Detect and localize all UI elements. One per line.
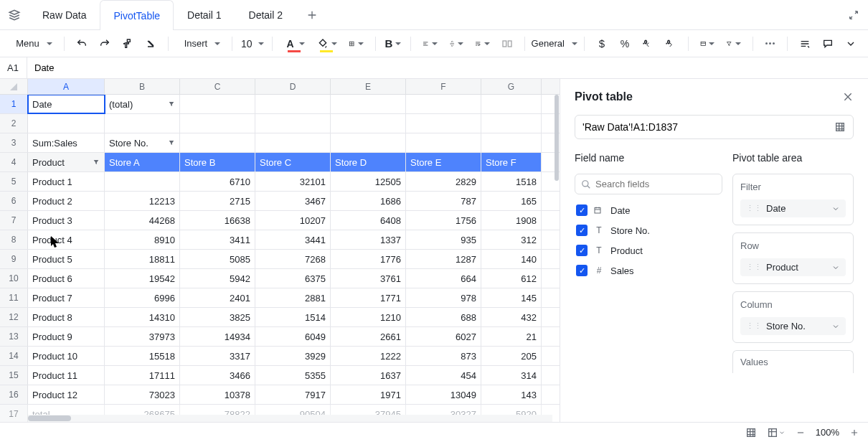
- cell[interactable]: 19542: [105, 269, 180, 288]
- zoom-in-button[interactable]: [849, 428, 859, 438]
- cell[interactable]: 37973: [105, 327, 180, 346]
- cell[interactable]: 1637: [331, 366, 406, 385]
- tab-detail-1[interactable]: Detail 1: [174, 0, 235, 29]
- row-area[interactable]: Row ⋮⋮ Product: [732, 232, 854, 284]
- cell[interactable]: [331, 133, 406, 152]
- cell[interactable]: 787: [406, 192, 481, 210]
- borders-button[interactable]: [344, 34, 367, 54]
- cell[interactable]: 3825: [180, 308, 255, 326]
- cell[interactable]: 12505: [331, 172, 406, 191]
- cell[interactable]: 688: [406, 308, 481, 326]
- row-header[interactable]: 5: [0, 172, 28, 191]
- cell[interactable]: 145: [481, 288, 542, 307]
- cell[interactable]: 15518: [105, 347, 180, 365]
- cell[interactable]: 3929: [255, 347, 331, 365]
- checkbox-icon[interactable]: ✓: [576, 245, 588, 256]
- cell[interactable]: 5942: [180, 269, 255, 288]
- cell[interactable]: Store E: [406, 153, 481, 171]
- field-search[interactable]: [575, 174, 722, 194]
- cell[interactable]: 1908: [481, 211, 542, 230]
- currency-button[interactable]: $: [592, 34, 612, 54]
- column-header-a[interactable]: A: [28, 79, 105, 94]
- cell[interactable]: 16638: [180, 211, 255, 230]
- cell[interactable]: [255, 95, 331, 113]
- cell[interactable]: 14310: [105, 308, 180, 326]
- cell[interactable]: 7268: [255, 250, 331, 268]
- column-header-f[interactable]: F: [406, 79, 481, 94]
- filter-icon[interactable]: [166, 138, 176, 148]
- cell[interactable]: Store F: [481, 153, 542, 171]
- cell[interactable]: 1686: [331, 192, 406, 210]
- field-search-input[interactable]: [595, 179, 716, 189]
- cell[interactable]: [180, 114, 255, 133]
- tab-detail-2[interactable]: Detail 2: [235, 0, 296, 29]
- fill-color-button[interactable]: [312, 34, 341, 54]
- menu-button[interactable]: Menu: [7, 34, 57, 54]
- cell[interactable]: 73023: [105, 385, 180, 404]
- cell[interactable]: 978: [406, 288, 481, 307]
- cell[interactable]: 664: [406, 269, 481, 288]
- cell[interactable]: Product 9: [28, 327, 105, 346]
- cell[interactable]: 10378: [180, 385, 255, 404]
- cell[interactable]: 2881: [255, 288, 331, 307]
- cell[interactable]: [105, 114, 180, 133]
- find-button[interactable]: [795, 34, 815, 54]
- cell[interactable]: Product 10: [28, 347, 105, 365]
- formula-input[interactable]: [27, 62, 868, 73]
- cell[interactable]: 14934: [180, 327, 255, 346]
- cell[interactable]: [331, 95, 406, 113]
- column-area[interactable]: Column ⋮⋮ Store No.: [732, 291, 854, 343]
- cell[interactable]: 6996: [105, 288, 180, 307]
- row-header[interactable]: 12: [0, 308, 28, 326]
- vertical-scrollbar[interactable]: [554, 95, 560, 415]
- cell[interactable]: 1771: [331, 288, 406, 307]
- row-header[interactable]: 2: [0, 114, 28, 133]
- cell[interactable]: Store D: [331, 153, 406, 171]
- font-size-selector[interactable]: 10: [240, 34, 265, 54]
- cell[interactable]: [481, 114, 542, 133]
- row-header[interactable]: 17: [0, 405, 28, 422]
- close-panel-button[interactable]: [842, 91, 854, 103]
- cell[interactable]: [481, 95, 542, 113]
- cell[interactable]: Product 12: [28, 385, 105, 404]
- cell[interactable]: 10207: [255, 211, 331, 230]
- merge-cells-button[interactable]: [497, 34, 517, 54]
- filter-area[interactable]: Filter ⋮⋮ Date: [732, 174, 854, 225]
- row-header[interactable]: 9: [0, 250, 28, 268]
- checkbox-icon[interactable]: ✓: [576, 225, 588, 236]
- cell[interactable]: 3441: [255, 230, 331, 249]
- field-item-sales[interactable]: ✓ # Sales: [576, 265, 721, 276]
- decrease-decimal-button[interactable]: .0: [638, 34, 658, 54]
- cell[interactable]: Date: [28, 95, 105, 113]
- row-header[interactable]: 4: [0, 153, 28, 171]
- expand-toolbar-button[interactable]: [841, 34, 861, 54]
- increase-decimal-button[interactable]: .0: [661, 34, 681, 54]
- format-painter-button[interactable]: [118, 34, 138, 54]
- cell[interactable]: [180, 95, 255, 113]
- cell[interactable]: Product 11: [28, 366, 105, 385]
- cell[interactable]: Product 1: [28, 172, 105, 191]
- vertical-align-button[interactable]: [445, 34, 468, 54]
- cell[interactable]: 314: [481, 366, 542, 385]
- cell[interactable]: Product: [28, 153, 105, 171]
- chevron-down-icon[interactable]: [831, 322, 840, 331]
- zoom-value[interactable]: 100%: [816, 427, 839, 438]
- cell[interactable]: 1518: [481, 172, 542, 191]
- cell[interactable]: 1210: [331, 308, 406, 326]
- row-header[interactable]: 11: [0, 288, 28, 307]
- cell[interactable]: [28, 114, 105, 133]
- cell[interactable]: Product 7: [28, 288, 105, 307]
- cell[interactable]: 3466: [180, 366, 255, 385]
- row-header[interactable]: 3: [0, 133, 28, 152]
- row-header[interactable]: 8: [0, 230, 28, 249]
- cell[interactable]: 205: [481, 347, 542, 365]
- filter-button[interactable]: [722, 34, 745, 54]
- cell[interactable]: 6710: [180, 172, 255, 191]
- view-normal-button[interactable]: [745, 427, 757, 438]
- tab-pivot-table[interactable]: PivotTable: [100, 0, 174, 30]
- cell[interactable]: [331, 114, 406, 133]
- cell[interactable]: [255, 114, 331, 133]
- conditional-format-button[interactable]: [696, 34, 719, 54]
- redo-button[interactable]: [95, 34, 115, 54]
- cell[interactable]: 1776: [331, 250, 406, 268]
